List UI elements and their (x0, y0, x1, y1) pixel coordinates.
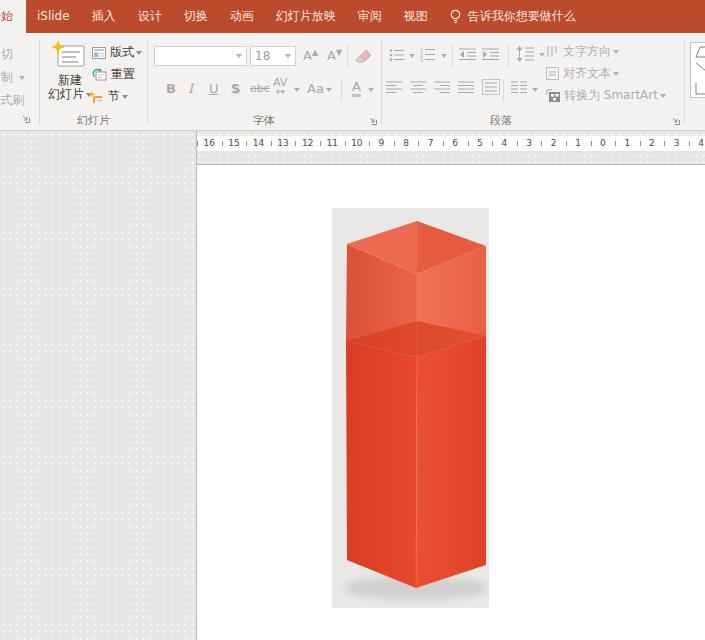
shapes-gallery[interactable] (690, 42, 705, 98)
slide-canvas[interactable] (197, 164, 705, 640)
italic-button[interactable]: I (188, 81, 193, 96)
font-group-label: 字体 (148, 113, 380, 128)
ribbon-tab[interactable]: 动画 (221, 0, 263, 33)
layout-icon (92, 47, 106, 59)
ribbon-tab[interactable]: 设计 (129, 0, 171, 33)
align-text-icon (546, 67, 559, 80)
new-slide-icon (51, 40, 89, 70)
align-text-button[interactable]: 对齐文本 (546, 65, 619, 82)
ribbon-tab[interactable]: 切换 (175, 0, 217, 33)
change-case-button[interactable]: Aa (307, 81, 324, 96)
shape-freeform-icon[interactable] (694, 45, 705, 59)
shape-line-icon[interactable] (694, 61, 705, 77)
font-dialog-launcher-icon[interactable] (368, 116, 378, 126)
ruler-number: 10 (345, 136, 370, 151)
decrease-font-size-button[interactable]: A▼ (327, 48, 342, 63)
convert-smartart-button[interactable]: 转换为 SmartArt (546, 87, 666, 104)
bullets-icon[interactable] (389, 48, 405, 62)
text-shadow-button[interactable]: S (231, 81, 240, 96)
cut-button[interactable]: 切 (1, 46, 13, 63)
ruler-number: 5 (468, 136, 493, 151)
increase-font-size-button[interactable]: A▲ (303, 48, 318, 63)
font-name-combobox[interactable] (154, 46, 247, 66)
align-center-icon[interactable] (410, 81, 426, 94)
layout-button[interactable]: 版式 (92, 44, 142, 61)
section-button[interactable]: 节 (88, 88, 128, 105)
align-left-icon[interactable] (386, 81, 402, 94)
chevron-down-icon (236, 54, 242, 58)
cube-lower-right-face (416, 336, 486, 588)
ribbon-home: 切 制 式刷 新建 幻灯片 (0, 33, 705, 131)
ruler-number: 13 (271, 136, 296, 151)
chevron-down-icon (660, 94, 666, 98)
ruler-number: 0 (591, 136, 616, 151)
text-direction-icon (546, 45, 559, 58)
font-color-button[interactable]: A (352, 79, 361, 97)
ribbon-tab[interactable]: iSlide (28, 0, 79, 33)
separator (452, 45, 453, 67)
ruler-number: 3 (517, 136, 542, 151)
new-slide-label-2: 幻灯片 (48, 87, 84, 101)
character-spacing-button[interactable]: AV↔ (273, 78, 287, 96)
chevron-down-icon (368, 88, 374, 92)
decrease-indent-icon[interactable] (459, 48, 476, 61)
chevron-down-icon (441, 54, 447, 58)
reset-icon (92, 68, 107, 82)
ribbon-tab[interactable]: 插入 (83, 0, 125, 33)
editing-area: 1615141312111098765432101234 (0, 131, 705, 640)
new-slide-button[interactable]: 新建 幻灯片 (46, 40, 94, 101)
ruler-number: 4 (492, 136, 517, 151)
group-separator (39, 40, 40, 124)
ruler-number: 2 (541, 136, 566, 151)
new-slide-label-1: 新建 (48, 73, 92, 87)
chevron-down-icon (326, 88, 332, 92)
chevron-down-icon (613, 72, 619, 76)
ribbon-tab[interactable]: 审阅 (349, 0, 391, 33)
clear-formatting-icon[interactable] (354, 47, 372, 63)
ruler-number: 16 (197, 136, 222, 151)
chevron-down-icon (532, 88, 538, 92)
font-size-combobox[interactable]: 18 (250, 46, 296, 66)
tell-me-box[interactable]: 告诉我你想要做什么 (449, 0, 576, 33)
bold-button[interactable]: B (166, 81, 176, 96)
ruler-number: 6 (443, 136, 468, 151)
copy-button[interactable]: 制 (1, 69, 25, 86)
cube-lower-left-face (346, 341, 417, 588)
distribute-text-icon[interactable] (482, 79, 500, 95)
ruler-number: 7 (418, 136, 443, 151)
strikethrough-button[interactable]: abc (250, 82, 270, 95)
group-separator (684, 40, 685, 124)
line-spacing-icon[interactable] (516, 46, 534, 62)
justify-icon[interactable] (458, 81, 474, 94)
ruler-number: 9 (369, 136, 394, 151)
underline-button[interactable]: U (209, 81, 219, 96)
format-painter-button[interactable]: 式刷 (0, 92, 24, 109)
reset-label: 重置 (111, 66, 135, 83)
ruler-number: 2 (640, 136, 665, 151)
clipboard-dialog-launcher-icon[interactable] (21, 114, 31, 124)
ruler-number: 4 (689, 136, 705, 151)
chevron-down-icon (613, 50, 619, 54)
chevron-down-icon (294, 88, 300, 92)
ruler-number: 1 (615, 136, 640, 151)
shape-elbow-connector-icon[interactable] (694, 81, 705, 97)
text-direction-button[interactable]: 文字方向 (546, 43, 619, 60)
ruler-number: 1 (566, 136, 591, 151)
chevron-down-icon (409, 54, 415, 58)
reset-button[interactable]: 重置 (92, 66, 135, 83)
ribbon-tab[interactable]: 幻灯片放映 (267, 0, 345, 33)
align-right-icon[interactable] (434, 81, 450, 94)
numbering-icon[interactable]: 123 (420, 47, 436, 62)
svg-text:3: 3 (420, 57, 423, 63)
increase-indent-icon[interactable] (482, 48, 499, 61)
ribbon-tab[interactable]: 视图 (395, 0, 437, 33)
red-3d-cuboid-image[interactable] (332, 208, 489, 608)
paragraph-dialog-launcher-icon[interactable] (671, 116, 681, 126)
separator (503, 79, 504, 101)
smartart-icon (546, 89, 560, 102)
chevron-down-icon (136, 51, 142, 55)
ruler-number: 3 (664, 136, 689, 151)
section-label: 节 (108, 88, 120, 105)
ribbon-tab[interactable]: 开始 (0, 0, 26, 33)
columns-icon[interactable] (511, 81, 527, 94)
